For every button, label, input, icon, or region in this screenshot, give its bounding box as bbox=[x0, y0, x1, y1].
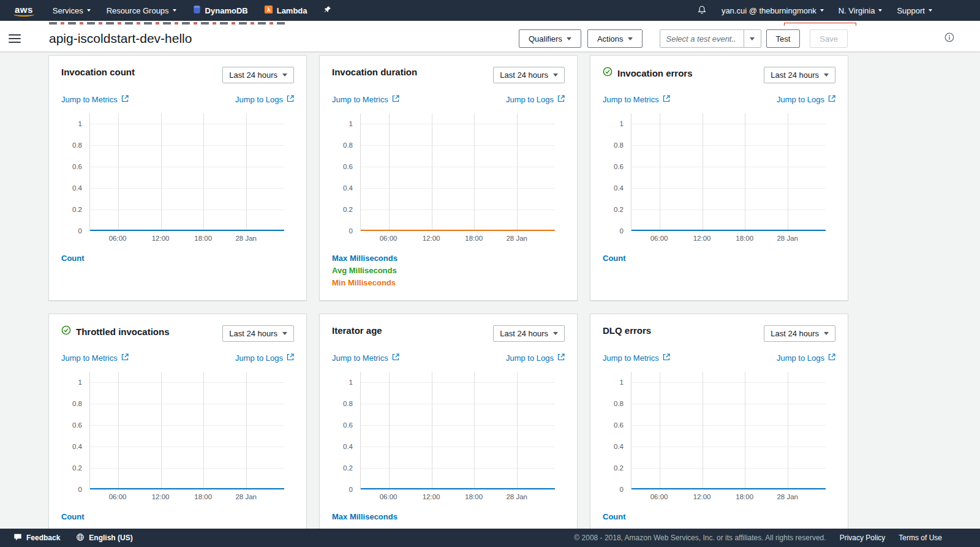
legend-item[interactable]: Min Milliseconds bbox=[332, 279, 565, 287]
notifications-button[interactable] bbox=[697, 5, 707, 17]
privacy-policy-link[interactable]: Privacy Policy bbox=[840, 534, 886, 542]
gridline bbox=[361, 124, 555, 124]
gridline bbox=[90, 447, 284, 447]
y-axis-label: 1 bbox=[349, 120, 353, 127]
gridline bbox=[161, 372, 162, 489]
legend-item[interactable]: Avg Milliseconds bbox=[332, 266, 565, 274]
jump-to-logs-link[interactable]: Jump to Logs bbox=[506, 352, 565, 363]
jump-to-metrics-link[interactable]: Jump to Metrics bbox=[332, 94, 399, 105]
y-axis: 1 0.8 0.6 0.4 0.2 0 bbox=[603, 113, 627, 231]
x-axis-label: 12:00 bbox=[152, 493, 170, 500]
x-axis-label: 12:00 bbox=[693, 235, 711, 242]
time-range-dropdown[interactable]: Last 24 hours bbox=[764, 67, 835, 83]
external-link-icon bbox=[828, 95, 835, 104]
chevron-down-icon bbox=[282, 74, 287, 77]
jump-to-logs-link[interactable]: Jump to Logs bbox=[777, 352, 835, 363]
x-axis-label: 06:00 bbox=[109, 235, 127, 242]
chevron-down-icon bbox=[173, 9, 176, 12]
jump-to-logs-link[interactable]: Jump to Logs bbox=[506, 94, 565, 105]
y-axis-label: 0.2 bbox=[72, 206, 82, 213]
x-axis-label: 06:00 bbox=[380, 493, 398, 500]
x-axis-label: 28 Jan bbox=[777, 493, 798, 500]
y-axis-label: 1 bbox=[349, 379, 353, 386]
jump-to-logs-link[interactable]: Jump to Logs bbox=[777, 94, 835, 105]
support-menu[interactable]: Support bbox=[897, 6, 932, 15]
jump-to-metrics-link[interactable]: Jump to Metrics bbox=[332, 352, 399, 363]
jump-to-logs-link[interactable]: Jump to Logs bbox=[235, 94, 294, 105]
test-button-label: Test bbox=[776, 34, 791, 43]
info-button[interactable] bbox=[944, 32, 954, 45]
metric-card: Invocation count Last 24 hours Jump to M… bbox=[48, 55, 307, 301]
legend-item[interactable]: Count bbox=[61, 254, 294, 262]
legend-item[interactable]: Count bbox=[603, 254, 835, 262]
metric-card-title: Invocation duration bbox=[332, 67, 417, 77]
metric-chart: 1 0.8 0.6 0.4 0.2 0 06:00 bbox=[332, 113, 565, 247]
jump-to-metrics-link[interactable]: Jump to Metrics bbox=[61, 94, 129, 105]
info-icon bbox=[944, 32, 954, 45]
jump-to-logs-label: Jump to Logs bbox=[777, 95, 824, 104]
x-axis-label: 18:00 bbox=[194, 235, 212, 242]
chart-legend: Count bbox=[603, 254, 835, 262]
y-axis-label: 0.8 bbox=[614, 141, 624, 149]
legend-item[interactable]: Count bbox=[603, 513, 835, 521]
jump-to-metrics-label: Jump to Metrics bbox=[332, 95, 388, 104]
test-event-select[interactable]: Select a test event.. bbox=[660, 29, 761, 48]
metric-chart: 1 0.8 0.6 0.4 0.2 0 06:00 bbox=[332, 372, 565, 505]
metric-card-title: Invocation errors bbox=[617, 68, 693, 78]
gridline bbox=[246, 113, 247, 231]
gridline bbox=[90, 124, 284, 124]
pin-shortcuts-button[interactable] bbox=[323, 6, 331, 15]
metric-card-title: DLQ errors bbox=[603, 325, 651, 336]
region-menu-label: N. Virginia bbox=[839, 6, 875, 15]
feedback-button[interactable]: Feedback bbox=[13, 533, 60, 543]
gridline bbox=[660, 372, 660, 489]
chevron-down-icon bbox=[820, 9, 824, 12]
x-axis: 06:00 12:00 18:00 28 Jan bbox=[360, 235, 555, 247]
y-axis-label: 0.6 bbox=[614, 421, 624, 429]
dynamodb-icon bbox=[192, 5, 202, 16]
x-axis-label: 06:00 bbox=[650, 493, 668, 500]
time-range-dropdown[interactable]: Last 24 hours bbox=[222, 325, 294, 342]
metric-card: Invocation errors Last 24 hours Jump to … bbox=[590, 55, 848, 301]
top-navigation-bar: aws Services Resource Groups DynamoDB λ … bbox=[0, 0, 980, 21]
actions-button[interactable]: Actions bbox=[587, 29, 643, 48]
services-menu[interactable]: Services bbox=[53, 6, 91, 15]
test-button[interactable]: Test bbox=[766, 29, 801, 48]
jump-to-metrics-label: Jump to Metrics bbox=[332, 353, 388, 363]
y-axis-label: 0.4 bbox=[614, 184, 624, 192]
qualifiers-button[interactable]: Qualifiers bbox=[519, 29, 581, 48]
time-range-label: Last 24 hours bbox=[500, 329, 548, 338]
time-range-dropdown[interactable]: Last 24 hours bbox=[493, 325, 565, 342]
account-menu[interactable]: yan.cui @ theburningmonk bbox=[722, 6, 824, 15]
time-range-dropdown[interactable]: Last 24 hours bbox=[493, 67, 565, 83]
chevron-down-icon bbox=[553, 74, 558, 77]
gridline bbox=[361, 447, 555, 447]
legend-item[interactable]: Max Milliseconds bbox=[332, 513, 565, 521]
time-range-dropdown[interactable]: Last 24 hours bbox=[222, 67, 294, 83]
save-button[interactable]: Save bbox=[810, 29, 848, 48]
hamburger-menu-button[interactable] bbox=[9, 34, 21, 43]
y-axis-label: 0 bbox=[78, 227, 82, 235]
x-axis: 06:00 12:00 18:00 28 Jan bbox=[631, 493, 826, 505]
resource-groups-menu[interactable]: Resource Groups bbox=[107, 6, 176, 15]
shortcut-lambda[interactable]: λ Lambda bbox=[264, 5, 307, 16]
jump-to-metrics-link[interactable]: Jump to Metrics bbox=[603, 352, 670, 363]
time-range-dropdown[interactable]: Last 24 hours bbox=[764, 325, 835, 342]
jump-to-metrics-link[interactable]: Jump to Metrics bbox=[603, 94, 670, 105]
zero-line bbox=[631, 488, 826, 489]
account-menu-label: yan.cui @ theburningmonk bbox=[722, 6, 816, 15]
region-menu[interactable]: N. Virginia bbox=[839, 6, 883, 15]
aws-logo[interactable]: aws bbox=[11, 4, 37, 17]
shortcut-dynamodb[interactable]: DynamoDB bbox=[192, 5, 248, 16]
test-event-placeholder: Select a test event.. bbox=[660, 34, 742, 43]
y-axis-label: 0.4 bbox=[72, 443, 82, 450]
gridline bbox=[389, 113, 390, 231]
jump-to-metrics-link[interactable]: Jump to Metrics bbox=[61, 352, 129, 363]
jump-to-logs-link[interactable]: Jump to Logs bbox=[235, 352, 294, 363]
language-selector[interactable]: English (US) bbox=[76, 533, 132, 543]
legend-item[interactable]: Max Milliseconds bbox=[332, 254, 565, 262]
y-axis: 1 0.8 0.6 0.4 0.2 0 bbox=[61, 113, 86, 231]
terms-of-use-link[interactable]: Terms of Use bbox=[899, 534, 942, 542]
y-axis-label: 1 bbox=[78, 120, 82, 127]
legend-item[interactable]: Count bbox=[61, 513, 294, 521]
